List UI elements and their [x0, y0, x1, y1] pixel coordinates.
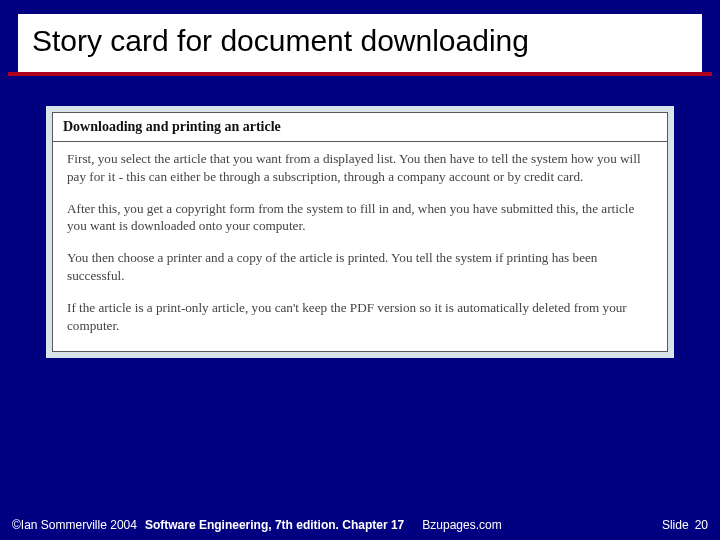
footer-site: Bzupages.com	[422, 518, 501, 532]
story-card: Downloading and printing an article Firs…	[52, 112, 668, 352]
slide-title: Story card for document downloading	[32, 24, 692, 58]
story-paragraph: After this, you get a copyright form fro…	[67, 200, 653, 236]
footer-slide-label: Slide	[662, 518, 689, 532]
story-card-body: First, you select the article that you w…	[53, 142, 667, 351]
footer: ©Ian Sommerville 2004 Software Engineeri…	[12, 518, 708, 532]
story-card-header: Downloading and printing an article	[53, 113, 667, 142]
story-paragraph: First, you select the article that you w…	[67, 150, 653, 186]
story-paragraph: You then choose a printer and a copy of …	[67, 249, 653, 285]
title-area: Story card for document downloading	[18, 14, 702, 72]
footer-copyright: ©Ian Sommerville 2004	[12, 518, 137, 532]
story-card-container: Downloading and printing an article Firs…	[46, 106, 674, 358]
story-paragraph: If the article is a print-only article, …	[67, 299, 653, 335]
title-underline	[8, 72, 712, 76]
footer-slide: Slide 20	[662, 518, 708, 532]
footer-book: Software Engineering, 7th edition. Chapt…	[145, 518, 404, 532]
footer-slide-number: 20	[695, 518, 708, 532]
